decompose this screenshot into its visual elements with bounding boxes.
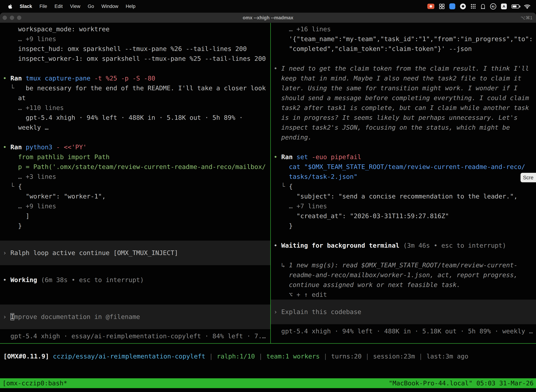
terminal-line: gpt-5.4 xhigh · 94% left · 488K in · 5.1…: [0, 113, 270, 123]
text-segment: p = Path('.omx/state/team/review-current…: [3, 163, 266, 170]
text-segment: is in progress? It seems likely but perh…: [274, 114, 517, 121]
text-segment: Ralph loop active continue [OMX_TMUX_INJ…: [10, 249, 178, 257]
battery-icon[interactable]: [512, 5, 519, 9]
input-source-icon[interactable]: A: [501, 4, 507, 9]
text-segment: should send a message before completing …: [274, 94, 529, 102]
tmux-status-bar: [omx-cczip0:bash* "MacBook-Pro-44.local"…: [0, 378, 536, 388]
terminal-line: '{"team_name":"my-team","task_id":"1","f…: [271, 34, 536, 44]
text-segment: Explain this codebase: [281, 308, 361, 315]
menu-window[interactable]: Window: [98, 4, 122, 9]
text-segment: ›: [274, 308, 281, 315]
terminal-line: └ be necessary for the end of the README…: [0, 83, 270, 93]
text-segment: "created_at": "2026-03-31T11:59:27.816Z": [274, 212, 449, 219]
gauge-value: 61: [490, 3, 496, 9]
text-segment: task2 after task1 is complete, but can I…: [274, 104, 529, 111]
text-segment: -t %25 -p -S -80: [94, 75, 155, 82]
menu-app-name[interactable]: Slack: [16, 4, 36, 9]
menu-file[interactable]: File: [36, 4, 51, 9]
text-segment: (3m 46s • esc to interrupt): [399, 242, 506, 249]
text-segment: └: [274, 183, 289, 190]
terminal-line: ]: [0, 211, 270, 221]
text-segment: Ran: [10, 144, 26, 151]
menu-go[interactable]: Go: [84, 4, 98, 9]
terminal-line: continue assigned work or next feasible …: [271, 280, 536, 290]
screen-recording-indicator-icon[interactable]: [427, 4, 434, 9]
text-segment: |: [255, 353, 266, 360]
terminal-line: keep that in mind. Maybe I also need the…: [271, 73, 536, 83]
gauge-icon[interactable]: 61: [490, 3, 496, 9]
text-segment: "completed","claim_token":"claim-token"}…: [274, 45, 472, 52]
text-segment: Ran: [281, 153, 297, 160]
terminal-line: "subject": "send a concise recommendatio…: [271, 191, 536, 201]
terminal-line: inspect_hud: omx sparkshell --tmux-pane …: [0, 44, 270, 54]
terminal-line: task2 after task1 is complete, but can I…: [271, 103, 536, 113]
queued-message-band: › Ralph loop active continue [OMX_TMUX_I…: [0, 241, 270, 265]
input-prompt-band[interactable]: › Improve documentation in @filename: [0, 304, 270, 329]
text-segment: tmux capture-pane: [26, 75, 94, 82]
text-segment: continue assigned work or next feasible …: [274, 281, 460, 288]
terminal-line: • Ran python3 - <<'PY': [0, 142, 270, 152]
terminal-line: cat "$OMX_TEAM_STATE_ROOT/team/review-cu…: [271, 162, 536, 172]
text-segment: [OMX#0.11.9]: [3, 353, 49, 360]
screen-notification-overlay[interactable]: Scre: [521, 173, 536, 182]
ghost-app-icon[interactable]: [481, 4, 485, 9]
terminal-line: └ {: [0, 182, 270, 191]
menu-edit[interactable]: Edit: [51, 4, 67, 9]
text-segment: └: [3, 183, 18, 190]
terminal-line: }: [0, 221, 270, 231]
terminal-pane-left[interactable]: workspace_mode: worktree … +9 lines insp…: [0, 23, 270, 343]
text-segment: •: [274, 65, 281, 72]
text-segment: ⌥ + ↑ edit: [274, 291, 327, 298]
text-segment: inspect_hud: omx sparkshell --tmux-pane …: [3, 45, 247, 52]
window-title: omx --xhigh --madmax: [0, 13, 536, 23]
text-segment: ›: [3, 313, 10, 320]
terminal-line: ↳ 1 new msg(s): read $OMX_TEAM_STATE_ROO…: [271, 260, 536, 270]
terminal-line: "created_at": "2026-03-31T11:59:27.816Z": [271, 211, 536, 221]
terminal-blank: [271, 231, 536, 241]
terminal-line: is in progress? It seems likely but perh…: [271, 113, 536, 123]
blue-app-icon[interactable]: [449, 3, 455, 9]
window-grid-icon[interactable]: [439, 4, 445, 9]
terminal-line: inspect_worker-1: omx sparkshell --tmux-…: [0, 54, 270, 64]
terminal-window: omx --xhigh --madmax ⌥⌘1 workspace_mode:…: [0, 13, 536, 392]
terminal-blank: [0, 285, 270, 295]
terminal-blank: [0, 132, 270, 142]
apple-menu[interactable]: [5, 4, 16, 9]
terminal-line: "worker": "worker-1",: [0, 191, 270, 201]
terminal-line: ⌥ + ↑ edit: [271, 290, 536, 300]
dots-grid-icon[interactable]: [471, 4, 476, 9]
window-title-bar: omx --xhigh --madmax ⌥⌘1: [0, 13, 536, 23]
terminal-line: • Working (6m 38s • esc to interrupt): [0, 275, 270, 285]
text-segment: inspect task2's JSON, focusing on the st…: [274, 124, 510, 131]
terminal-pane-right[interactable]: … +16 lines '{"team_name":"my-team","tas…: [271, 23, 536, 343]
terminal-line: • Waiting for background terminal (3m 46…: [271, 241, 536, 250]
text-segment: pending.: [274, 134, 312, 141]
wifi-icon[interactable]: [524, 4, 530, 9]
terminal-line: … +7 lines: [271, 201, 536, 211]
terminal-line: pending.: [271, 132, 536, 142]
menu-view[interactable]: View: [67, 4, 84, 9]
text-segment: … +9 lines: [3, 202, 56, 210]
text-segment: {: [18, 183, 22, 190]
terminal-line: p = Path('.omx/state/team/review-current…: [0, 162, 270, 172]
text-segment: … +9 lines: [3, 35, 56, 42]
text-segment: mprove documentation in @filename: [14, 313, 140, 320]
menu-bar-left: Slack File Edit View Go Window Help: [5, 4, 139, 9]
terminal-line: weekly …: [0, 123, 270, 132]
dark-circle-app-icon[interactable]: [460, 4, 466, 9]
text-segment: [49, 353, 53, 360]
terminal-blank: [0, 231, 270, 241]
text-segment: … +3 lines: [3, 173, 56, 180]
text-segment: Ran: [10, 75, 26, 82]
text-segment: ›: [3, 249, 10, 257]
text-segment: '{"team_name":"my-team","task_id":"1","f…: [274, 35, 533, 42]
text-segment: •: [3, 75, 10, 82]
text-segment: gpt-5.4 xhigh · essay/ai-reimplementatio…: [3, 332, 266, 340]
terminal-blank: [0, 64, 270, 73]
input-prompt-band[interactable]: › Explain this codebase: [271, 300, 536, 324]
menu-help[interactable]: Help: [122, 4, 139, 9]
tmux-session-window[interactable]: [omx-cczip0:bash*: [2, 378, 67, 388]
menu-bar-status-icons: 61 A: [427, 3, 531, 9]
text-segment: Working: [10, 276, 37, 284]
text-segment: gpt-5.4 xhigh · 94% left · 488K in · 5.1…: [274, 327, 533, 335]
